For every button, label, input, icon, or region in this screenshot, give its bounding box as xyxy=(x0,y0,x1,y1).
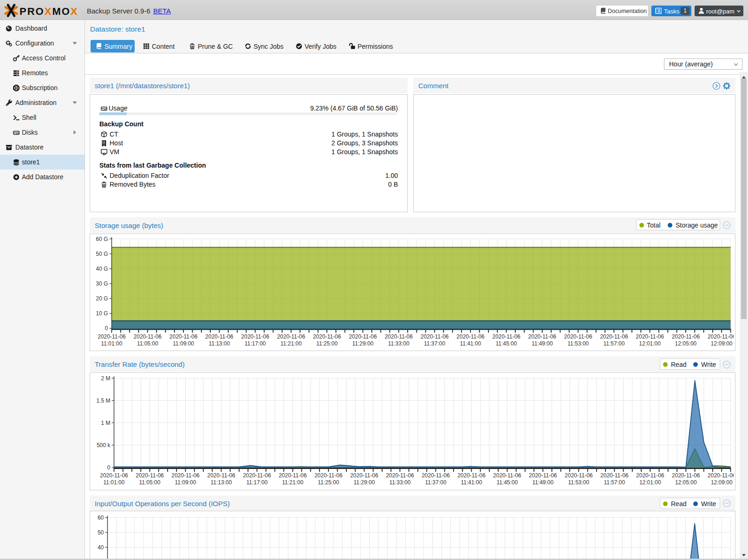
svg-text:2020-11-06: 2020-11-06 xyxy=(313,333,341,340)
svg-text:20 G: 20 G xyxy=(96,295,108,302)
svg-text:2020-11-06: 2020-11-06 xyxy=(349,333,377,340)
svg-text:2020-11-06: 2020-11-06 xyxy=(422,472,450,479)
svg-text:11:29:00: 11:29:00 xyxy=(353,479,375,486)
svg-text:11:33:00: 11:33:00 xyxy=(389,479,410,486)
svg-text:2020-11-06: 2020-11-06 xyxy=(100,472,128,479)
svg-text:11:37:00: 11:37:00 xyxy=(425,479,446,486)
svg-text:2020-11-06: 2020-11-06 xyxy=(243,472,271,479)
svg-text:2020-11-06: 2020-11-06 xyxy=(169,333,198,340)
svg-text:50 G: 50 G xyxy=(96,251,108,257)
svg-text:11:13:00: 11:13:00 xyxy=(211,479,232,486)
svg-text:0: 0 xyxy=(107,464,111,471)
svg-text:2020-11-06: 2020-11-06 xyxy=(529,472,557,479)
svg-text:11:25:00: 11:25:00 xyxy=(318,479,339,486)
svg-text:40: 40 xyxy=(98,544,104,551)
svg-text:2020-11-06: 2020-11-06 xyxy=(421,333,449,340)
svg-text:60 G: 60 G xyxy=(96,236,108,242)
svg-text:11:45:00: 11:45:00 xyxy=(496,340,517,347)
svg-text:12:01:00: 12:01:00 xyxy=(639,479,661,486)
svg-text:11:29:00: 11:29:00 xyxy=(352,340,373,347)
svg-text:2020-11-06: 2020-11-06 xyxy=(636,333,664,340)
svg-text:11:17:00: 11:17:00 xyxy=(246,479,267,486)
svg-text:2020-11-06: 2020-11-06 xyxy=(528,333,557,340)
svg-text:2020-11-06: 2020-11-06 xyxy=(708,472,734,479)
svg-text:11:21:00: 11:21:00 xyxy=(280,340,302,347)
svg-text:11:01:00: 11:01:00 xyxy=(101,340,123,347)
svg-text:2020-11-06: 2020-11-06 xyxy=(277,333,306,340)
svg-text:2020-11-06: 2020-11-06 xyxy=(672,333,700,340)
svg-text:11:13:00: 11:13:00 xyxy=(208,340,230,347)
svg-text:2020-11-06: 2020-11-06 xyxy=(314,472,343,479)
svg-text:2020-11-06: 2020-11-06 xyxy=(207,472,235,479)
svg-text:11:41:00: 11:41:00 xyxy=(461,479,482,486)
svg-text:1.5 M: 1.5 M xyxy=(96,397,110,404)
svg-text:2020-11-06: 2020-11-06 xyxy=(205,333,234,340)
svg-text:12:01:00: 12:01:00 xyxy=(639,340,661,347)
svg-text:2020-11-06: 2020-11-06 xyxy=(564,333,592,340)
svg-text:2020-11-06: 2020-11-06 xyxy=(600,472,629,479)
svg-text:11:17:00: 11:17:00 xyxy=(245,340,266,347)
svg-text:2 M: 2 M xyxy=(101,375,110,382)
svg-text:40 G: 40 G xyxy=(96,266,108,272)
svg-text:2020-11-06: 2020-11-06 xyxy=(279,472,307,479)
svg-text:11:49:00: 11:49:00 xyxy=(532,340,553,347)
svg-text:10 G: 10 G xyxy=(96,310,108,317)
svg-text:11:09:00: 11:09:00 xyxy=(173,340,194,347)
svg-text:0: 0 xyxy=(105,325,108,332)
svg-text:11:01:00: 11:01:00 xyxy=(104,479,125,486)
svg-text:2020-11-06: 2020-11-06 xyxy=(171,472,200,479)
svg-text:11:57:00: 11:57:00 xyxy=(603,340,624,347)
svg-text:30 G: 30 G xyxy=(96,280,108,287)
svg-text:11:05:00: 11:05:00 xyxy=(137,340,158,347)
svg-text:2020-11-06: 2020-11-06 xyxy=(384,333,413,340)
svg-text:11:09:00: 11:09:00 xyxy=(175,479,196,486)
svg-text:2020-11-06: 2020-11-06 xyxy=(493,472,521,479)
svg-text:60: 60 xyxy=(98,514,104,521)
svg-text:2020-11-06: 2020-11-06 xyxy=(134,333,162,340)
svg-text:2020-11-06: 2020-11-06 xyxy=(457,472,486,479)
svg-text:11:53:00: 11:53:00 xyxy=(567,340,589,347)
svg-text:2020-11-06: 2020-11-06 xyxy=(672,472,700,479)
svg-text:2020-11-06: 2020-11-06 xyxy=(492,333,520,340)
svg-text:11:57:00: 11:57:00 xyxy=(604,479,625,486)
svg-text:11:45:00: 11:45:00 xyxy=(496,479,518,486)
svg-text:11:25:00: 11:25:00 xyxy=(316,340,338,347)
svg-text:11:37:00: 11:37:00 xyxy=(424,340,445,347)
svg-text:50: 50 xyxy=(98,529,104,536)
svg-text:2020-11-06: 2020-11-06 xyxy=(456,333,485,340)
svg-text:2020-11-06: 2020-11-06 xyxy=(565,472,593,479)
svg-text:11:49:00: 11:49:00 xyxy=(532,479,553,486)
svg-text:2020-11-06: 2020-11-06 xyxy=(708,333,734,340)
svg-text:2020-11-06: 2020-11-06 xyxy=(600,333,628,340)
svg-text:500 k: 500 k xyxy=(97,442,111,449)
svg-text:2020-11-06: 2020-11-06 xyxy=(386,472,414,479)
svg-text:1 M: 1 M xyxy=(101,420,110,426)
svg-text:12:05:00: 12:05:00 xyxy=(675,340,697,347)
svg-text:2020-11-06: 2020-11-06 xyxy=(636,472,664,479)
svg-text:11:05:00: 11:05:00 xyxy=(139,479,161,486)
svg-text:11:33:00: 11:33:00 xyxy=(388,340,410,347)
svg-text:12:09:00: 12:09:00 xyxy=(711,340,733,347)
svg-text:2020-11-06: 2020-11-06 xyxy=(241,333,269,340)
svg-text:11:41:00: 11:41:00 xyxy=(460,340,481,347)
svg-text:2020-11-06: 2020-11-06 xyxy=(136,472,164,479)
svg-text:12:09:00: 12:09:00 xyxy=(711,479,733,486)
svg-text:2020-11-06: 2020-11-06 xyxy=(350,472,378,479)
svg-text:11:53:00: 11:53:00 xyxy=(568,479,589,486)
svg-text:11:21:00: 11:21:00 xyxy=(282,479,303,486)
svg-text:12:05:00: 12:05:00 xyxy=(675,479,697,486)
svg-text:2020-11-06: 2020-11-06 xyxy=(98,333,126,340)
